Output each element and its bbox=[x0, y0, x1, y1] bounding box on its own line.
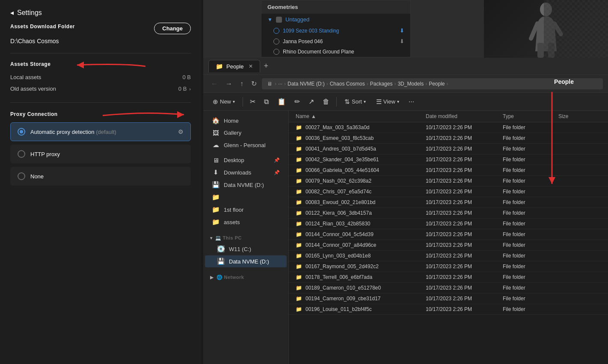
proxy-http-option[interactable]: HTTP proxy bbox=[10, 145, 191, 163]
explorer-body: 🏠 Home 🖼 Gallery ☁ Glenn - Personal 🖥 De… bbox=[203, 111, 608, 364]
file-name-cell: 📁 00144_Connor_004_5c54d39 bbox=[296, 231, 426, 237]
file-row[interactable]: 📁 00027_Max_003_5a363a0d 10/17/2023 2:26… bbox=[289, 122, 608, 133]
file-row[interactable]: 📁 00042_Skander_004_3e35be61 10/17/2023 … bbox=[289, 154, 608, 165]
storage-label: Assets Storage bbox=[10, 61, 191, 67]
view-button[interactable]: ☰ View ▾ bbox=[372, 96, 403, 108]
sidebar-item-data-nvme-quick[interactable]: 💾 Data NVME (D:) bbox=[205, 179, 287, 191]
explorer-sidebar: 🏠 Home 🖼 Gallery ☁ Glenn - Personal 🖥 De… bbox=[203, 111, 289, 364]
expand-network-icon[interactable]: ▶ bbox=[210, 275, 214, 280]
sidebar-item-gallery[interactable]: 🖼 Gallery bbox=[205, 127, 287, 139]
file-name-text: 00178_Terrell_006_e6bf7ada bbox=[305, 274, 372, 280]
delete-button[interactable]: 🗑 bbox=[319, 96, 333, 108]
cut-button[interactable]: ✂ bbox=[246, 95, 259, 108]
file-row[interactable]: 📁 00144_Connor_007_a84d96ce 10/17/2023 2… bbox=[289, 240, 608, 251]
file-type: File folder bbox=[503, 306, 558, 312]
geometries-panel: Geometries ▼ Untagged 1099 Seze 003 Stan… bbox=[261, 0, 411, 57]
col-type[interactable]: Type bbox=[503, 113, 558, 119]
sidebar-item-home[interactable]: 🏠 Home bbox=[205, 115, 287, 127]
col-name[interactable]: Name ▲ bbox=[296, 113, 426, 119]
col-date[interactable]: Date modified bbox=[426, 113, 503, 119]
geom-circle-icon-0 bbox=[273, 28, 279, 34]
tab-close-icon[interactable]: ✕ bbox=[249, 63, 253, 69]
file-row[interactable]: 📁 00144_Connor_004_5c54d39 10/17/2023 2:… bbox=[289, 229, 608, 240]
file-name-cell: 📁 00027_Max_003_5a363a0d bbox=[296, 124, 426, 130]
file-name-cell: 📁 00083_Ewoud_002_21e801bd bbox=[296, 199, 426, 205]
paste-button[interactable]: 📋 bbox=[274, 95, 289, 108]
col-size[interactable]: Size bbox=[558, 113, 601, 119]
proxy-gear-icon[interactable]: ⚙ bbox=[178, 128, 184, 135]
change-button[interactable]: Change bbox=[154, 23, 191, 34]
file-row[interactable]: 📁 00189_Cameron_010_e51278e0 10/17/2023 … bbox=[289, 283, 608, 293]
file-date: 10/17/2023 2:26 PM bbox=[426, 178, 503, 184]
proxy-auto-option[interactable]: Automatic proxy detection (default) ⚙ bbox=[10, 122, 191, 141]
file-name-cell: 📁 00189_Cameron_010_e51278e0 bbox=[296, 285, 426, 291]
nav-back-button[interactable]: ← bbox=[208, 78, 220, 89]
geom-item-2[interactable]: Rhino Document Ground Plane bbox=[261, 47, 410, 57]
file-row[interactable]: 📁 00082_Chris_007_e5a5d74c 10/17/2023 2:… bbox=[289, 186, 608, 197]
sidebar-item-downloads[interactable]: ⬇ Downloads 📌 bbox=[205, 166, 287, 178]
file-type: File folder bbox=[503, 167, 558, 173]
file-row[interactable]: 📁 00079_Nash_002_62c398a2 10/17/2023 2:2… bbox=[289, 176, 608, 186]
sidebar-item-1stfloor[interactable]: 📁 1st floor bbox=[205, 204, 287, 216]
new-tab-icon[interactable]: + bbox=[264, 62, 268, 71]
breadcrumb-chaos-cosmos[interactable]: Chaos Cosmos bbox=[330, 81, 365, 87]
sidebar-label-gallery: Gallery bbox=[224, 130, 241, 136]
breadcrumb-3dmodels[interactable]: 3D_Models bbox=[397, 81, 424, 87]
share-button[interactable]: ↗ bbox=[305, 95, 317, 108]
breadcrumb-people[interactable]: People bbox=[429, 81, 445, 87]
more-options-button[interactable]: ··· bbox=[405, 96, 418, 108]
file-name-cell: 📁 00079_Nash_002_62c398a2 bbox=[296, 178, 426, 184]
back-button[interactable]: ◂ Settings bbox=[10, 9, 191, 17]
file-explorer: 📁 People ✕ + ← → ↑ ↻ 🖥 › ··· › Data NVME… bbox=[203, 58, 608, 364]
file-row[interactable]: 📁 00066_Gabriela_005_44e51604 10/17/2023… bbox=[289, 165, 608, 176]
proxy-auto-label: Automatic proxy detection (default) bbox=[30, 129, 116, 135]
breadcrumb-data-nvme[interactable]: Data NVME (D:) bbox=[288, 81, 325, 87]
sidebar-item-desktop[interactable]: 🖥 Desktop 📌 bbox=[205, 154, 287, 166]
old-assets-row[interactable]: Old assets version 0 B › bbox=[10, 83, 191, 95]
tab-people[interactable]: 📁 People ✕ bbox=[208, 60, 260, 72]
geom-item-0[interactable]: 1099 Seze 003 Standing ⬇ bbox=[261, 25, 410, 36]
sidebar-item-glenn[interactable]: ☁ Glenn - Personal bbox=[205, 139, 287, 151]
d-drive-icon: 💾 bbox=[217, 257, 225, 265]
file-type: File folder bbox=[503, 135, 558, 141]
file-date: 10/17/2023 2:26 PM bbox=[426, 167, 503, 173]
copy-button[interactable]: ⧉ bbox=[261, 96, 272, 108]
cloud-icon: ☁ bbox=[212, 141, 219, 149]
sidebar-item-unnamed-folder[interactable]: 📁 bbox=[205, 191, 287, 203]
file-row[interactable]: 📁 00165_Lynn_003_ed04b1e8 10/17/2023 2:2… bbox=[289, 251, 608, 261]
breadcrumb-dots[interactable]: ··· bbox=[278, 81, 282, 87]
file-row[interactable]: 📁 00083_Ewoud_002_21e801bd 10/17/2023 2:… bbox=[289, 197, 608, 208]
sort-button[interactable]: ⇅ Sort ▾ bbox=[340, 96, 370, 108]
geom-item-1[interactable]: Janna Posed 046 ⬇ bbox=[261, 36, 410, 47]
local-assets-row[interactable]: Local assets 0 B bbox=[10, 71, 191, 83]
nav-up-button[interactable]: ↑ bbox=[237, 78, 246, 89]
file-row[interactable]: 📁 00194_Cameron_009_cbe31d17 10/17/2023 … bbox=[289, 293, 608, 304]
expand-thispc-icon[interactable]: ▾ bbox=[210, 236, 213, 240]
sidebar-item-assets[interactable]: 📁 assets bbox=[205, 216, 287, 228]
geom-untagged[interactable]: ▼ Untagged bbox=[261, 14, 410, 25]
folder-icon: 📁 bbox=[296, 285, 302, 291]
file-name-cell: 📁 00042_Skander_004_3e35be61 bbox=[296, 157, 426, 163]
tab-folder-icon: 📁 bbox=[216, 63, 223, 70]
sort-dropdown-icon: ▾ bbox=[364, 99, 366, 104]
sidebar-item-d[interactable]: 💾 Data NVME (D:) bbox=[205, 255, 287, 267]
file-row[interactable]: 📁 00041_Andres_003_b7d5d45a 10/17/2023 2… bbox=[289, 144, 608, 154]
file-type: File folder bbox=[503, 231, 558, 237]
download-icon-0[interactable]: ⬇ bbox=[400, 27, 404, 34]
breadcrumb-bar: 🖥 › ··· › Data NVME (D:) › Chaos Cosmos … bbox=[262, 78, 603, 89]
proxy-none-option[interactable]: None bbox=[10, 167, 191, 186]
file-row[interactable]: 📁 00196_Louise_011_b2bf4f5c 10/17/2023 2… bbox=[289, 304, 608, 315]
file-row[interactable]: 📁 00122_Kiera_006_3db4157a 10/17/2023 2:… bbox=[289, 208, 608, 219]
file-row[interactable]: 📁 00124_Rian_003_42b85830 10/17/2023 2:2… bbox=[289, 219, 608, 229]
nav-forward-button[interactable]: → bbox=[223, 78, 235, 89]
rename-button[interactable]: ✏ bbox=[291, 95, 303, 108]
sidebar-item-c[interactable]: 💽 W11 (C:) bbox=[205, 243, 287, 255]
file-row[interactable]: 📁 00167_Raymond_005_2d492c2 10/17/2023 2… bbox=[289, 261, 608, 272]
file-row[interactable]: 📁 00036_Esmee_003_f8c53cab 10/17/2023 2:… bbox=[289, 133, 608, 144]
nav-refresh-button[interactable]: ↻ bbox=[249, 78, 259, 89]
file-name-text: 00036_Esmee_003_f8c53cab bbox=[305, 135, 374, 141]
file-row[interactable]: 📁 00178_Terrell_006_e6bf7ada 10/17/2023 … bbox=[289, 272, 608, 283]
breadcrumb-packages[interactable]: Packages bbox=[370, 81, 393, 87]
new-button[interactable]: ⊕ New ▾ bbox=[208, 96, 239, 108]
download-icon-1[interactable]: ⬇ bbox=[400, 38, 404, 44]
